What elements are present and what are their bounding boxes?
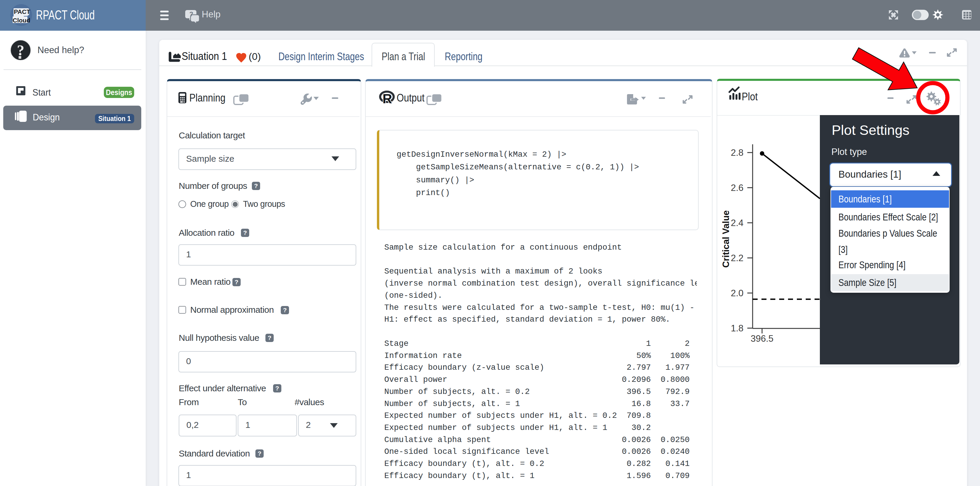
- svg-text:2.2: 2.2: [731, 253, 743, 263]
- svg-text:2.8: 2.8: [731, 148, 743, 158]
- svg-text:PACT: PACT: [14, 8, 30, 15]
- svg-text:1.8: 1.8: [731, 323, 743, 333]
- svg-text:2.4: 2.4: [731, 218, 743, 228]
- svg-text:?: ?: [189, 10, 193, 18]
- svg-text:2.6: 2.6: [731, 183, 743, 193]
- svg-text:R: R: [382, 91, 392, 106]
- svg-text:?: ?: [17, 42, 24, 59]
- svg-text:396.5: 396.5: [751, 333, 773, 344]
- svg-text:Cloud: Cloud: [13, 17, 30, 24]
- svg-text:Critical Value: Critical Value: [721, 210, 731, 268]
- svg-text:2.0: 2.0: [731, 288, 743, 298]
